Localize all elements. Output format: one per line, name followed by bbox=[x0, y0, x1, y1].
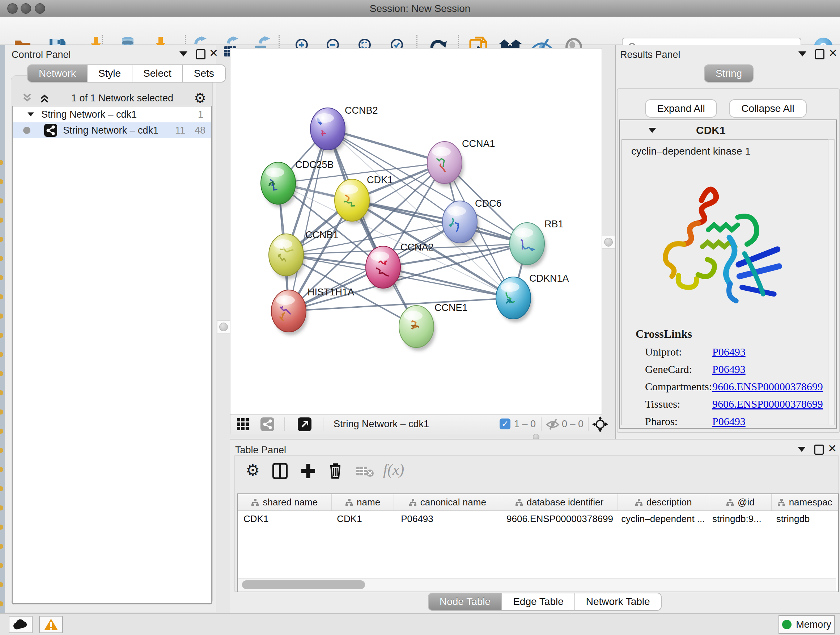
control-panel-close-icon[interactable]: ✕ bbox=[209, 49, 218, 58]
expand-all-chevrons-icon[interactable] bbox=[38, 93, 51, 103]
column-header-namespac[interactable]: namespac bbox=[772, 494, 838, 510]
tab-select[interactable]: Select bbox=[132, 65, 183, 82]
column-type-icon bbox=[777, 499, 785, 507]
network-node-CCNE1[interactable] bbox=[399, 306, 436, 351]
column-header-description[interactable]: description bbox=[618, 494, 709, 510]
warning-icon bbox=[44, 618, 58, 631]
table-row[interactable]: CDK1CDK1P064939606.ENSP00000378699cyclin… bbox=[238, 511, 838, 526]
network-node-CCNB2[interactable] bbox=[310, 108, 347, 153]
column-type-icon bbox=[251, 499, 259, 507]
table-cell: stringdb:9... bbox=[706, 511, 771, 526]
table-hscrollbar[interactable] bbox=[238, 578, 836, 591]
window-title: Session: New Session bbox=[0, 3, 840, 14]
node-label-CCNB2: CCNB2 bbox=[345, 105, 378, 116]
crosslinks-heading: CrossLinks bbox=[636, 327, 828, 340]
crosslink-label: Compartments: bbox=[645, 380, 712, 393]
crosslink-label: GeneCard: bbox=[645, 363, 712, 375]
crosslink-link-compartments-[interactable]: 9606.ENSP00000378699 bbox=[712, 380, 823, 393]
network-node-RB1[interactable] bbox=[510, 223, 546, 268]
network-options-gear-icon[interactable]: ⚙ bbox=[194, 93, 206, 103]
crosslink-link-tissues-[interactable]: 9606.ENSP00000378699 bbox=[712, 398, 823, 410]
tab-edge-table[interactable]: Edge Table bbox=[502, 593, 575, 611]
collapse-all-chevrons-icon[interactable] bbox=[21, 93, 33, 103]
delete-table-icon bbox=[356, 465, 374, 479]
tab-node-table[interactable]: Node Table bbox=[428, 593, 502, 611]
network-node-CDC6[interactable] bbox=[442, 201, 479, 246]
network-tree: String Network – cdk1 1 String Network –… bbox=[12, 106, 212, 604]
column-header--id[interactable]: @id bbox=[709, 494, 772, 510]
crosslink-label: Tissues: bbox=[645, 398, 712, 410]
column-header-shared-name[interactable]: shared name bbox=[238, 494, 332, 510]
table-panel-float-icon[interactable] bbox=[814, 445, 824, 455]
results-panel-title: Results Panel bbox=[620, 49, 681, 60]
results-panel-menu-icon[interactable] bbox=[798, 51, 806, 57]
collapse-all-button[interactable]: Collapse All bbox=[729, 99, 807, 118]
delete-column-icon[interactable] bbox=[328, 462, 343, 480]
tree-expand-icon[interactable] bbox=[27, 112, 34, 116]
tab-style[interactable]: Style bbox=[87, 65, 132, 82]
table-panel-menu-icon[interactable] bbox=[798, 447, 806, 452]
network-node-CDK1[interactable] bbox=[335, 179, 371, 225]
left-splitter-handle[interactable] bbox=[217, 320, 230, 333]
memory-status-dot-icon bbox=[782, 620, 791, 629]
node-label-CDKN1A: CDKN1A bbox=[529, 273, 569, 284]
control-panel-float-icon[interactable] bbox=[196, 49, 205, 59]
network-canvas[interactable]: CCNB2CCNA1CDC25BCDK1CDC6RB1CCNB1CCNA2CDK… bbox=[230, 48, 602, 415]
hscrollbar-thumb[interactable] bbox=[242, 580, 365, 589]
cloud-icon bbox=[13, 619, 28, 630]
show-columns-icon[interactable] bbox=[272, 463, 287, 480]
control-panel-tabs: NetworkStyleSelectSets bbox=[27, 65, 226, 82]
column-header-database-identifier[interactable]: database identifier bbox=[501, 494, 618, 510]
column-type-icon bbox=[726, 499, 734, 507]
selected-checkbox-icon[interactable]: ✓ bbox=[500, 418, 510, 429]
column-header-name[interactable]: name bbox=[332, 494, 394, 510]
table-panel-close-icon[interactable]: ✕ bbox=[828, 444, 837, 453]
control-panel-menu-icon[interactable] bbox=[180, 51, 187, 57]
results-panel-float-icon[interactable] bbox=[815, 49, 824, 59]
hidden-node-edge-counts: 0 – 0 bbox=[562, 418, 584, 430]
cloud-status-button[interactable] bbox=[9, 616, 33, 633]
hidden-eye-icon bbox=[546, 418, 560, 432]
table-options-gear-icon[interactable]: ⚙ bbox=[246, 462, 260, 478]
crosslink-row: Pharos:P06493 bbox=[645, 415, 828, 428]
network-tree-root-row[interactable]: String Network – cdk1 1 bbox=[13, 106, 211, 122]
collection-count: 1 bbox=[198, 109, 203, 120]
cdk1-section-header[interactable]: CDK1 bbox=[620, 120, 836, 140]
crosslink-link-uniprot-[interactable]: P06493 bbox=[712, 346, 745, 358]
crosslink-link-genecard-[interactable]: P06493 bbox=[712, 363, 745, 375]
crosslink-label: Uniprot: bbox=[645, 346, 712, 358]
protein-structure-image bbox=[636, 166, 792, 318]
column-header-canonical-name[interactable]: canonical name bbox=[394, 494, 501, 510]
crosslink-label: Pharos: bbox=[645, 415, 712, 428]
network-node-CCNA2[interactable] bbox=[366, 246, 402, 291]
crosslink-link-pharos-[interactable]: P06493 bbox=[712, 415, 745, 428]
node-label-HIST1H1A: HIST1H1A bbox=[308, 287, 354, 298]
warning-status-button[interactable] bbox=[39, 616, 63, 633]
network-node-HIST1H1A[interactable] bbox=[271, 290, 308, 335]
node-label-CDK1: CDK1 bbox=[367, 174, 393, 185]
open-in-window-icon[interactable] bbox=[298, 417, 311, 431]
network-tree-child-row[interactable]: String Network – cdk1 11 48 bbox=[13, 122, 211, 138]
grid-view-icon[interactable] bbox=[237, 418, 249, 432]
expand-all-button[interactable]: Expand All bbox=[645, 99, 717, 118]
right-splitter-handle[interactable] bbox=[602, 236, 615, 249]
network-node-CCNB1[interactable] bbox=[269, 234, 305, 279]
memory-button[interactable]: Memory bbox=[778, 615, 835, 634]
tab-network[interactable]: Network bbox=[27, 65, 87, 82]
current-network-dot-icon bbox=[23, 127, 30, 134]
birds-eye-view-icon[interactable] bbox=[592, 416, 608, 434]
table-cell: P06493 bbox=[395, 511, 501, 526]
add-column-icon[interactable] bbox=[301, 463, 316, 480]
cdk1-collapse-icon[interactable] bbox=[648, 128, 656, 133]
network-node-CDKN1A[interactable] bbox=[496, 277, 532, 322]
tab-network-table[interactable]: Network Table bbox=[575, 593, 662, 611]
node-label-CCNA2: CCNA2 bbox=[401, 242, 434, 253]
tab-string[interactable]: String bbox=[704, 65, 753, 82]
network-share-view-icon[interactable] bbox=[261, 417, 274, 431]
tab-sets[interactable]: Sets bbox=[183, 65, 226, 82]
results-panel-close-icon[interactable]: ✕ bbox=[829, 49, 837, 58]
application-window: Session: New Session bbox=[0, 0, 840, 635]
network-node-CCNA1[interactable] bbox=[427, 141, 464, 187]
results-scrollbar[interactable] bbox=[828, 139, 835, 425]
title-bar: Session: New Session bbox=[0, 0, 840, 17]
